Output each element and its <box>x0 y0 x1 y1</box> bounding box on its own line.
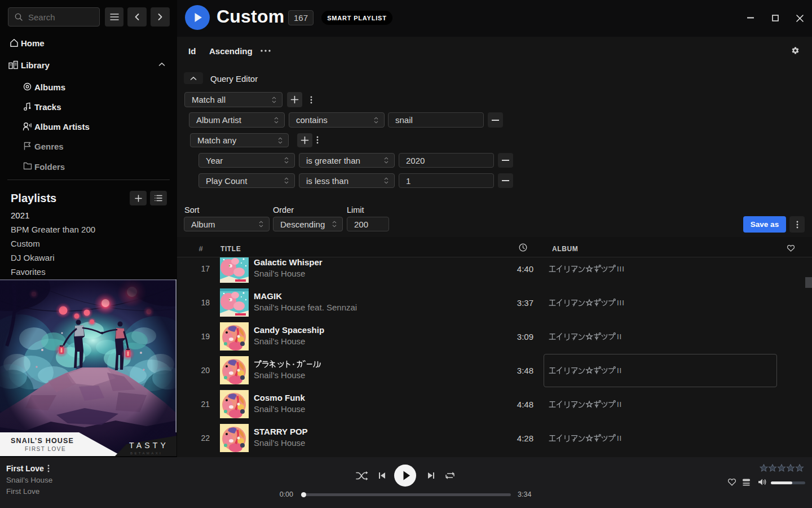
svg-text:TASTY: TASTY <box>129 441 169 450</box>
svg-text:FIRST LOVE: FIRST LOVE <box>25 446 66 452</box>
svg-text:SNAIL’S HOUSE: SNAIL’S HOUSE <box>11 437 74 445</box>
svg-text:BETAMAXI: BETAMAXI <box>130 452 162 455</box>
